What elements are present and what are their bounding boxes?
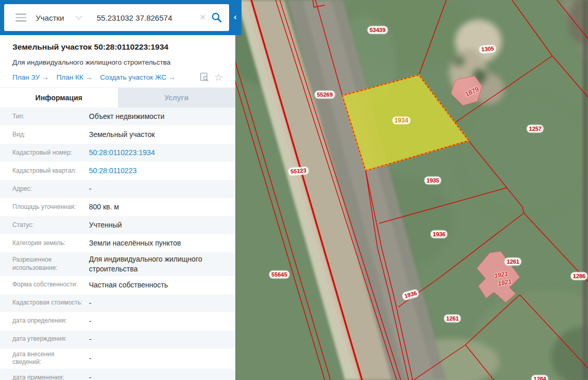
create-zhs-link[interactable]: Создать участок ЖС →	[100, 73, 175, 81]
row-label: дата определения:	[12, 315, 86, 327]
row-value: Для индивидуального жилищного строительс…	[86, 252, 235, 276]
favorite-star-icon[interactable]: ☆	[214, 72, 223, 82]
action-links: План ЗУ → План КК → Создать участок ЖС →…	[12, 72, 223, 82]
tab-services[interactable]: Услуги	[118, 88, 236, 108]
row-value: Объект недвижимости	[86, 110, 235, 124]
search-input[interactable]	[96, 13, 198, 23]
row-label: Категория земель:	[12, 237, 86, 250]
tab-bar: Информация Услуги	[0, 87, 235, 108]
page-title: Земельный участок 50:28:0110223:1934	[12, 42, 235, 52]
map-canvas[interactable]: 5343913051879552691934125755123193519361…	[235, 0, 588, 380]
tab-information[interactable]: Информация	[0, 88, 118, 108]
plan-kk-link[interactable]: План КК →	[56, 73, 92, 81]
info-row: Тип:Объект недвижимости	[0, 108, 235, 126]
search-bar: Участки ×	[4, 4, 229, 31]
info-row: Форма собственности:Частная собственност…	[0, 276, 235, 294]
info-row: Кадастровый номер:50:28:0110223:1934	[0, 144, 235, 162]
row-label: Статус:	[12, 219, 86, 232]
row-value: -	[86, 352, 235, 366]
info-row: дата утверждения:-	[0, 330, 235, 348]
row-label: дата внесения сведений:	[12, 348, 86, 369]
satellite-map	[235, 0, 588, 380]
info-row: Вид:Земельный участок	[0, 126, 235, 144]
info-row: Площадь уточненная:800 кв. м	[0, 198, 235, 216]
row-label: Кадастровый номер:	[12, 147, 86, 159]
row-value: Земли населённых пунктов	[86, 236, 235, 250]
row-label: Площадь уточненная:	[12, 201, 86, 214]
collapse-panel-button[interactable]: ‹	[234, 12, 237, 21]
info-panel: Участки × ‹ Земельный участок 50:28:0110…	[0, 0, 235, 380]
row-label: дата применения:	[12, 372, 86, 380]
info-row: дата определения:-	[0, 312, 235, 330]
row-label: Тип:	[12, 111, 86, 123]
row-value: Земельный участок	[86, 128, 235, 142]
info-rows: Тип:Объект недвижимостиВид:Земельный уча…	[0, 108, 235, 380]
row-value: -	[86, 371, 235, 380]
info-row: Статус:Учтенный	[0, 216, 235, 234]
row-label: Вид:	[12, 129, 86, 141]
row-value: Частная собственность	[86, 278, 235, 292]
info-row: дата применения:-	[0, 369, 235, 380]
row-label: Кадастровый квартал:	[12, 165, 86, 177]
info-row: Кадастровая стоимость:-	[0, 294, 235, 312]
map-edge-shadow	[583, 0, 588, 380]
row-value: 800 кв. м	[86, 200, 235, 214]
doc-search-icon[interactable]	[200, 72, 210, 82]
search-header: Участки × ‹	[0, 0, 242, 35]
info-row: дата внесения сведений:-	[0, 348, 235, 369]
row-label: дата утверждения:	[12, 333, 86, 345]
row-value: -	[86, 332, 235, 346]
row-value: -	[86, 182, 235, 196]
row-value: Учтенный	[86, 218, 235, 232]
hamburger-menu-icon[interactable]	[16, 13, 26, 22]
cadastral-map-app: 5343913051879552691934125755123193519361…	[0, 0, 588, 380]
page-subtitle: Для индивидуального жилищного строительс…	[12, 58, 235, 66]
info-row: Адрес:-	[0, 180, 235, 198]
clear-search-icon[interactable]: ×	[200, 12, 206, 22]
row-value[interactable]: 50:28:0110223	[86, 164, 235, 178]
row-value: -	[86, 296, 235, 310]
row-value[interactable]: 50:28:0110223:1934	[86, 146, 235, 160]
row-label: Форма собственности:	[12, 279, 86, 291]
info-row: Разрешенное использование:Для индивидуал…	[0, 252, 235, 276]
search-icon[interactable]	[211, 12, 222, 23]
row-label: Адрес:	[12, 183, 86, 195]
info-row: Категория земель:Земли населённых пункто…	[0, 234, 235, 252]
row-label: Кадастровая стоимость:	[12, 297, 86, 309]
info-row: Кадастровый квартал:50:28:0110223	[0, 162, 235, 180]
search-category-select[interactable]: Участки	[36, 13, 64, 22]
chevron-down-icon[interactable]	[76, 13, 82, 20]
plan-zu-link[interactable]: План ЗУ →	[12, 73, 49, 81]
row-value: -	[86, 314, 235, 328]
row-label: Разрешенное использование:	[12, 254, 86, 274]
